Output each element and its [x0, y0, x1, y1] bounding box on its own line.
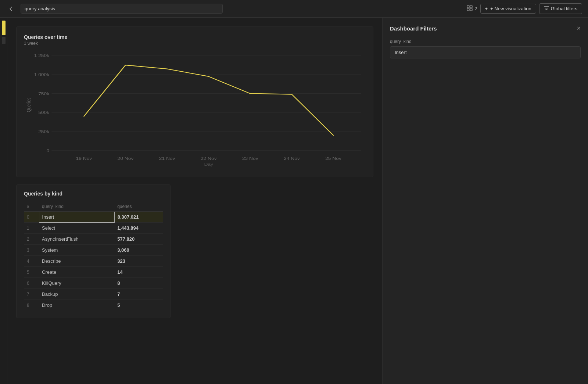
svg-rect-2 [467, 8, 469, 11]
table-row[interactable]: 3System3,060 [24, 245, 163, 256]
filter-label: query_kind [390, 39, 581, 44]
svg-rect-3 [470, 8, 472, 11]
table-cell-kind: Backup [39, 289, 114, 300]
table-cell-num: 2 [24, 234, 39, 245]
table-cell-kind: Create [39, 267, 114, 278]
global-filters-button[interactable]: Global filters [539, 3, 582, 14]
filter-icon [544, 6, 549, 12]
table-cell-kind: AsyncInsertFlush [39, 234, 114, 245]
filter-value[interactable]: Insert [390, 46, 581, 58]
table-cell-kind: System [39, 245, 114, 256]
line-chart-svg: 1 250k 1 000k 750k 500k 250k 0 Queries 1… [24, 52, 366, 169]
new-visualization-button[interactable]: + + New visualization [480, 4, 536, 14]
table-cell-kind: Describe [39, 256, 114, 267]
svg-text:20 Nov: 20 Nov [118, 156, 134, 161]
table-cell-kind: Select [39, 223, 114, 234]
svg-rect-1 [470, 6, 472, 8]
table-row[interactable]: 0Insert8,307,021 [24, 212, 163, 223]
table-cell-num: 8 [24, 300, 39, 311]
col-header-num: # [24, 202, 39, 212]
chart-line [84, 65, 333, 135]
back-button[interactable] [6, 4, 16, 14]
svg-text:Day: Day [204, 162, 213, 167]
queries-table: # query_kind queries 0Insert8,307,0211Se… [24, 202, 163, 311]
table-cell-num: 4 [24, 256, 39, 267]
panel-title: Dashboard Filters [390, 25, 437, 32]
table-row[interactable]: 5Create14 [24, 267, 163, 278]
svg-text:21 Nov: 21 Nov [159, 156, 175, 161]
svg-text:500k: 500k [38, 110, 50, 115]
col-header-kind: query_kind [39, 202, 114, 212]
table-cell-kind: KillQuery [39, 278, 114, 289]
svg-text:750k: 750k [38, 91, 50, 96]
sidebar-inactive-indicator [2, 37, 6, 44]
table-cell-queries: 5 [114, 300, 163, 311]
table-cell-queries: 3,060 [114, 245, 163, 256]
close-button[interactable]: × [577, 25, 581, 32]
svg-text:25 Nov: 25 Nov [325, 156, 341, 161]
table-cell-num: 7 [24, 289, 39, 300]
chart-container: 1 250k 1 000k 750k 500k 250k 0 Queries 1… [24, 52, 366, 169]
viz-count-number: 2 [474, 6, 477, 11]
table-panel: Queries by kind # query_kind queries 0In… [16, 184, 171, 318]
table-header: # query_kind queries [24, 202, 163, 212]
svg-text:24 Nov: 24 Nov [284, 156, 300, 161]
dashboard-title-input[interactable] [21, 4, 223, 14]
table-cell-num: 0 [24, 212, 39, 223]
table-cell-num: 6 [24, 278, 39, 289]
table-body: 0Insert8,307,0211Select1,443,8942AsyncIn… [24, 212, 163, 311]
content-area: Queries over time 1 week 1 250k 1 000k 7… [7, 18, 382, 384]
table-title: Queries by kind [24, 191, 163, 197]
table-cell-queries: 1,443,894 [114, 223, 163, 234]
viz-count: 2 [467, 5, 477, 12]
dashboard-filters-panel: Dashboard Filters × query_kind Insert [382, 18, 588, 384]
chart-title: Queries over time [24, 34, 366, 40]
left-sidebar-strip [0, 18, 7, 384]
table-row[interactable]: 4Describe323 [24, 256, 163, 267]
table-cell-queries: 577,820 [114, 234, 163, 245]
table-cell-num: 5 [24, 267, 39, 278]
table-row[interactable]: 7Backup7 [24, 289, 163, 300]
table-cell-num: 1 [24, 223, 39, 234]
svg-text:22 Nov: 22 Nov [201, 156, 217, 161]
plus-icon: + [485, 6, 488, 11]
chart-subtitle: 1 week [24, 41, 366, 46]
viz-count-icon [467, 5, 473, 12]
svg-text:Queries: Queries [26, 98, 32, 112]
svg-text:1 000k: 1 000k [34, 72, 50, 77]
table-cell-queries: 14 [114, 267, 163, 278]
table-cell-queries: 7 [114, 289, 163, 300]
table-cell-queries: 8,307,021 [114, 212, 163, 223]
svg-text:23 Nov: 23 Nov [242, 156, 258, 161]
table-row[interactable]: 8Drop5 [24, 300, 163, 311]
col-header-queries: queries [114, 202, 163, 212]
table-row[interactable]: 6KillQuery8 [24, 278, 163, 289]
svg-text:250k: 250k [38, 129, 50, 134]
sidebar-active-indicator [2, 21, 6, 35]
svg-text:19 Nov: 19 Nov [76, 156, 92, 161]
panel-header: Dashboard Filters × [390, 25, 581, 32]
svg-rect-0 [467, 6, 469, 8]
table-cell-kind: Drop [39, 300, 114, 311]
topbar-actions: 2 + + New visualization Global filters [467, 3, 582, 14]
table-cell-queries: 323 [114, 256, 163, 267]
table-cell-num: 3 [24, 245, 39, 256]
main-layout: Queries over time 1 week 1 250k 1 000k 7… [0, 18, 588, 384]
topbar: 2 + + New visualization Global filters [0, 0, 588, 18]
svg-text:0: 0 [46, 148, 49, 153]
table-row[interactable]: 1Select1,443,894 [24, 223, 163, 234]
svg-text:1 250k: 1 250k [34, 54, 50, 58]
chart-panel: Queries over time 1 week 1 250k 1 000k 7… [16, 26, 373, 177]
table-cell-queries: 8 [114, 278, 163, 289]
table-row[interactable]: 2AsyncInsertFlush577,820 [24, 234, 163, 245]
table-cell-kind: Insert [39, 212, 114, 223]
